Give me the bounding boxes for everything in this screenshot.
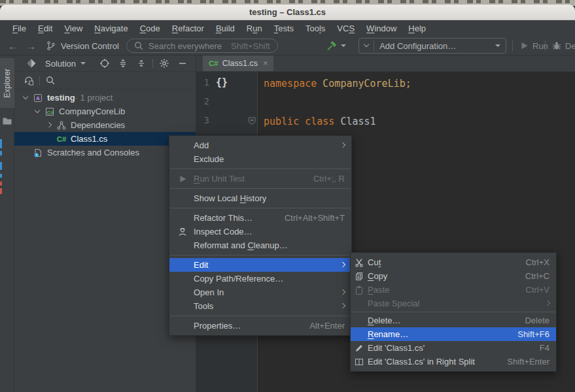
chevron-down-icon <box>364 42 370 48</box>
menu-item-cut[interactable]: CutCtrl+X <box>351 255 556 269</box>
menu-item-edit[interactable]: Edit <box>169 258 351 272</box>
paste-icon <box>351 285 368 295</box>
tree-item-label: testing <box>47 93 75 103</box>
menu-item-copy[interactable]: CopyCtrl+C <box>351 269 556 283</box>
stripe-marker <box>0 188 2 194</box>
code-line-2 <box>258 93 575 112</box>
tab-class1-cs[interactable]: C# Class1.cs × <box>203 56 273 71</box>
locate-file-icon[interactable] <box>24 75 34 86</box>
search-everywhere-box[interactable]: Search everywhere Shift+Shift <box>126 39 278 53</box>
code-token: Class1 <box>340 116 375 127</box>
menu-item-add[interactable]: Add <box>169 139 351 152</box>
menu-item-rename[interactable]: Rename…Shift+F6 <box>351 327 556 341</box>
menu-edit[interactable]: Edit <box>32 22 58 35</box>
chevron-down-icon[interactable] <box>31 110 43 112</box>
run-configuration-select[interactable]: Add Configuration… <box>358 38 506 54</box>
line-number: 3 <box>196 115 209 125</box>
submenu-arrow-icon <box>340 142 346 148</box>
build-button[interactable] <box>326 36 346 56</box>
build-dropdown-caret[interactable] <box>341 44 346 47</box>
version-control-widget[interactable]: Version Control <box>46 36 119 56</box>
solution-view-caret[interactable] <box>80 62 86 65</box>
menu-item-properties[interactable]: Properties…Alt+Enter <box>169 319 351 333</box>
menu-build[interactable]: Build <box>210 22 241 35</box>
code-token: namespace <box>264 78 317 90</box>
code-line-1: namespace CompanyCoreLib; <box>258 74 575 93</box>
menu-tools[interactable]: Tools <box>300 22 331 35</box>
menu-view[interactable]: View <box>58 22 88 35</box>
menu-separator <box>170 316 351 316</box>
menu-item-label: Paste Special <box>368 299 538 308</box>
menu-tests[interactable]: Tests <box>268 22 300 35</box>
tree-item-companycorelib[interactable]: C#CompanyCoreLib <box>14 105 196 118</box>
tree-search-icon[interactable] <box>45 75 56 86</box>
stripe-marker <box>0 174 2 178</box>
chevron-down-icon[interactable] <box>20 97 31 99</box>
menu-item-edit-class1-cs-in-right-split[interactable]: Edit 'Class1.cs' in Right SplitShift+Ent… <box>351 355 556 368</box>
menu-item-shortcut: Ctrl+V <box>526 285 549 295</box>
menu-code[interactable]: Code <box>134 22 166 35</box>
collapse-all-icon[interactable] <box>136 58 147 69</box>
menu-item-edit-class1-cs[interactable]: Edit 'Class1.cs'F4 <box>351 341 556 355</box>
window-title: testing – Class1.cs <box>249 7 326 17</box>
tree-item-dependencies[interactable]: Dependencies <box>14 118 196 132</box>
menu-separator <box>170 255 351 255</box>
menu-refactor[interactable]: Refactor <box>166 22 210 35</box>
submenu-arrow-icon <box>340 289 346 295</box>
debug-button[interactable]: Debug <box>551 36 575 56</box>
divider <box>545 41 546 51</box>
gear-icon[interactable] <box>159 58 169 69</box>
menu-file[interactable]: File <box>7 22 32 35</box>
window-titlebar[interactable]: testing – Class1.cs <box>0 5 575 20</box>
menu-separator <box>170 169 351 169</box>
menu-item-shortcut: Ctrl+Alt+Shift+T <box>285 213 345 223</box>
menu-item-inspect-code[interactable]: Inspect Code… <box>169 225 351 238</box>
chevron-right-icon[interactable] <box>43 123 55 127</box>
desktop-text-fragment <box>0 0 575 3</box>
forward-button[interactable]: → <box>26 36 36 56</box>
menu-window[interactable]: Window <box>360 22 402 35</box>
tree-item-label: Scratches and Consoles <box>47 148 139 157</box>
split-icon <box>351 357 368 367</box>
menu-separator <box>170 208 351 208</box>
menu-vcs[interactable]: VCS <box>331 22 360 35</box>
braces-gutter-icon[interactable]: {} <box>216 76 228 88</box>
tab-close-icon[interactable]: × <box>263 58 268 68</box>
hide-panel-icon[interactable] <box>177 58 188 69</box>
menu-item-exclude[interactable]: Exclude <box>169 152 351 166</box>
submenu-arrow-icon <box>340 303 346 309</box>
menu-item-label: Exclude <box>194 154 345 164</box>
folder-icon[interactable] <box>2 116 12 126</box>
code-token <box>334 116 340 127</box>
stripe-marker <box>0 151 2 155</box>
gutter-line-3: 3 <box>196 112 257 131</box>
menu-item-label: Edit <box>194 260 333 270</box>
menu-run[interactable]: Run <box>241 22 268 35</box>
stripe-marker <box>0 139 2 148</box>
tool-window-stripe: Explorer <box>0 56 14 392</box>
back-button[interactable]: ← <box>8 36 18 56</box>
menu-item-reformat-and-cleanup[interactable]: Reformat and Cleanup… <box>169 238 351 252</box>
explorer-stripe-tab[interactable]: Explorer <box>0 58 14 108</box>
menu-item-delete[interactable]: Delete…Delete <box>351 314 556 327</box>
run-button[interactable]: Run <box>519 36 548 56</box>
menu-item-refactor-this[interactable]: Refactor This…Ctrl+Alt+Shift+T <box>169 211 351 225</box>
expand-all-icon[interactable] <box>118 58 128 69</box>
tree-item-label: Class1.cs <box>71 134 107 144</box>
menu-item-label: Open In <box>194 287 333 297</box>
fold-marker-icon[interactable] <box>248 117 256 125</box>
locate-target-icon[interactable] <box>99 58 110 69</box>
menu-item-show-local-history[interactable]: Show Local History <box>169 191 351 205</box>
menu-navigate[interactable]: Navigate <box>88 22 133 35</box>
menu-item-open-in[interactable]: Open In <box>169 286 351 299</box>
run-config-caret <box>495 44 500 47</box>
solution-view-selector[interactable]: Solution <box>45 59 76 69</box>
menu-item-label: Add <box>194 140 333 150</box>
menu-item-copy-path-reference[interactable]: Copy Path/Reference… <box>169 272 351 286</box>
menu-help[interactable]: Help <box>402 22 432 35</box>
edit-submenu: CutCtrl+XCopyCtrl+CPasteCtrl+VPaste Spec… <box>350 252 557 372</box>
tree-item-testing[interactable]: testing · 1 project <box>14 91 196 105</box>
menu-item-tools[interactable]: Tools <box>169 299 351 313</box>
menu-item-shortcut: Ctrl+;, R <box>313 174 345 184</box>
divider <box>512 41 513 51</box>
